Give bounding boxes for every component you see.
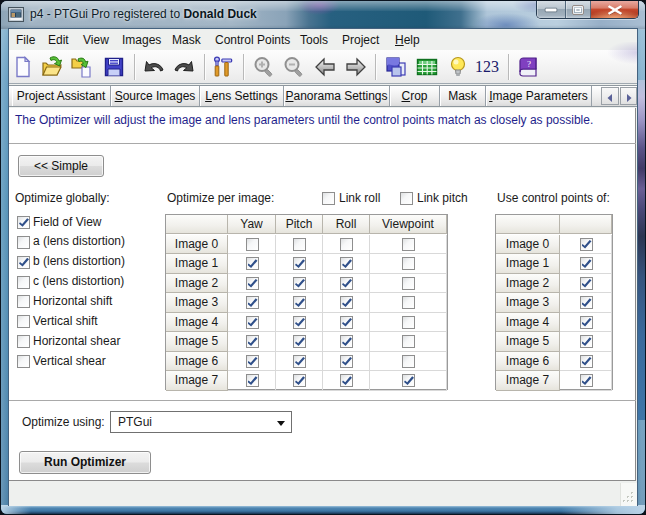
svg-text:?: ? <box>527 59 531 69</box>
